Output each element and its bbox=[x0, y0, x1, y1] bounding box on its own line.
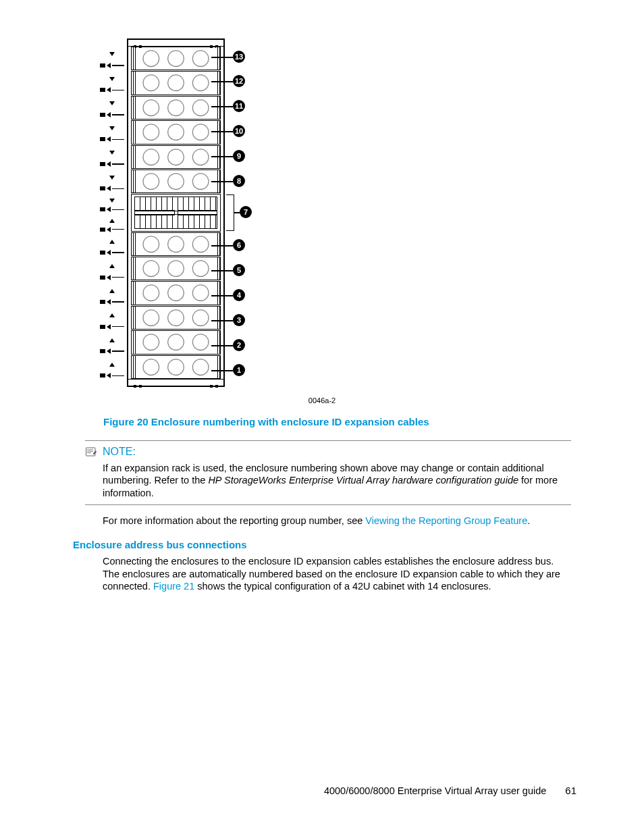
figure-diagram: 13 12 11 10 9 8 7 6 5 4 3 2 1 0046a-2 bbox=[73, 34, 571, 405]
paragraph-address-bus: Connecting the enclosures to the enclosu… bbox=[103, 555, 571, 593]
svg-point-8 bbox=[192, 100, 209, 116]
callout-11: 11 bbox=[233, 100, 245, 112]
callout-4: 4 bbox=[233, 289, 245, 301]
svg-point-31 bbox=[168, 334, 184, 350]
svg-point-20 bbox=[192, 236, 209, 253]
paragraph-reporting-group: For more information about the reporting… bbox=[103, 515, 571, 527]
link-figure-21[interactable]: Figure 21 bbox=[153, 581, 194, 592]
footer-page-number: 61 bbox=[565, 784, 576, 797]
para1-after: . bbox=[527, 515, 530, 526]
rack-illustration bbox=[127, 38, 225, 387]
svg-point-5 bbox=[192, 75, 209, 91]
note-icon bbox=[85, 446, 97, 457]
svg-point-35 bbox=[192, 359, 209, 375]
svg-point-28 bbox=[168, 310, 184, 326]
svg-point-30 bbox=[143, 334, 159, 350]
svg-point-26 bbox=[192, 285, 209, 301]
callout-2: 2 bbox=[233, 339, 245, 351]
svg-point-34 bbox=[168, 359, 184, 375]
svg-point-10 bbox=[168, 124, 184, 140]
svg-point-9 bbox=[143, 124, 159, 140]
page-footer: 4000/6000/8000 Enterprise Virtual Array … bbox=[73, 784, 576, 798]
note-body: If an expansion rack is used, the enclos… bbox=[103, 462, 571, 500]
svg-point-32 bbox=[192, 334, 209, 350]
diagram-code: 0046a-2 bbox=[73, 396, 571, 405]
svg-rect-36 bbox=[86, 448, 96, 456]
callout-3: 3 bbox=[233, 314, 245, 326]
para1-before: For more information about the reporting… bbox=[103, 515, 365, 526]
svg-point-27 bbox=[143, 310, 159, 326]
svg-point-14 bbox=[192, 149, 209, 165]
note-label: NOTE: bbox=[103, 445, 136, 459]
callout-10: 10 bbox=[233, 125, 245, 137]
svg-point-12 bbox=[143, 149, 159, 165]
subheading-enclosure-address-bus: Enclosure address bus connections bbox=[73, 538, 571, 551]
callout-5: 5 bbox=[233, 264, 245, 276]
svg-point-4 bbox=[168, 75, 184, 91]
svg-point-29 bbox=[192, 310, 209, 326]
svg-point-17 bbox=[192, 174, 209, 190]
svg-point-13 bbox=[168, 149, 184, 165]
callout-12: 12 bbox=[233, 75, 245, 87]
link-reporting-group[interactable]: Viewing the Reporting Group Feature bbox=[365, 515, 527, 526]
callout-7: 7 bbox=[240, 206, 252, 218]
svg-point-7 bbox=[168, 100, 184, 116]
note-text-italic: HP StorageWorks Enterprise Virtual Array… bbox=[208, 475, 518, 486]
svg-point-16 bbox=[168, 174, 184, 190]
svg-point-24 bbox=[143, 285, 159, 301]
svg-point-33 bbox=[143, 359, 159, 375]
svg-point-18 bbox=[143, 236, 159, 253]
svg-point-2 bbox=[192, 51, 209, 67]
diagram-left-connectors bbox=[99, 38, 126, 387]
svg-point-0 bbox=[143, 51, 159, 67]
callout-13: 13 bbox=[233, 51, 245, 63]
svg-point-23 bbox=[192, 261, 209, 277]
svg-point-6 bbox=[143, 100, 159, 116]
svg-point-3 bbox=[143, 75, 159, 91]
figure-caption: Figure 20 Enclosure numbering with enclo… bbox=[103, 415, 571, 428]
svg-point-19 bbox=[168, 236, 184, 253]
callout-8: 8 bbox=[233, 175, 245, 187]
svg-point-11 bbox=[192, 124, 209, 140]
svg-point-22 bbox=[168, 261, 184, 277]
note-block: NOTE: If an expansion rack is used, the … bbox=[85, 440, 571, 505]
callout-6: 6 bbox=[233, 239, 245, 251]
svg-point-1 bbox=[168, 51, 184, 67]
para2-after: shows the typical configuration of a 42U… bbox=[194, 581, 491, 592]
svg-point-25 bbox=[168, 285, 184, 301]
svg-point-21 bbox=[143, 261, 159, 277]
callout-9: 9 bbox=[233, 150, 245, 162]
footer-title: 4000/6000/8000 Enterprise Virtual Array … bbox=[324, 785, 546, 798]
svg-point-15 bbox=[143, 174, 159, 190]
callout-1: 1 bbox=[233, 364, 245, 376]
